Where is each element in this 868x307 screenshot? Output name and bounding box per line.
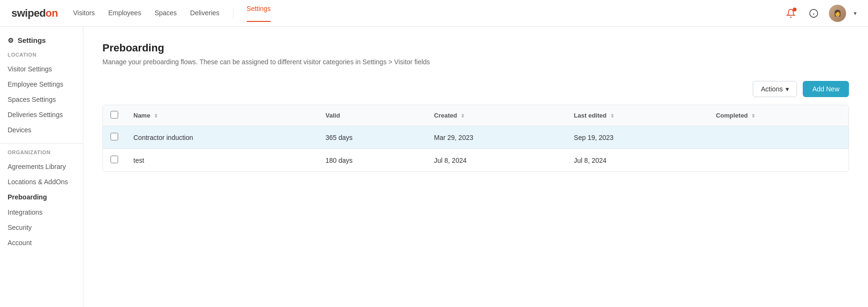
table-header-row: Name ⇕ Valid Created ⇕ Last edited ⇕ xyxy=(103,105,848,126)
sidebar: ⚙ Settings LOCATION Visitor Settings Emp… xyxy=(0,27,83,307)
row-name-2: test xyxy=(126,149,318,172)
logo[interactable]: swipedon xyxy=(11,7,58,20)
row-checkbox-cell-1 xyxy=(103,126,126,149)
logo-text: swipedon xyxy=(11,7,58,20)
top-navigation: swipedon Visitors Employees Spaces Deliv… xyxy=(0,0,868,27)
sidebar-item-security[interactable]: Security xyxy=(0,220,83,235)
add-new-button[interactable]: Add New xyxy=(803,81,849,97)
page-description: Manage your preboarding flows. These can… xyxy=(102,58,849,66)
info-button[interactable] xyxy=(806,6,821,21)
info-icon xyxy=(809,9,818,18)
sidebar-item-locations-addons[interactable]: Locations & AddOns xyxy=(0,174,83,189)
sidebar-item-employee-settings[interactable]: Employee Settings xyxy=(0,77,83,92)
gear-icon: ⚙ xyxy=(8,37,14,44)
toolbar: Actions ▾ Add New xyxy=(102,81,849,97)
row-valid-2: 180 days xyxy=(318,149,426,172)
row-created-2: Jul 8, 2024 xyxy=(426,149,566,172)
nav-employees[interactable]: Employees xyxy=(108,9,141,18)
row-checkbox-1[interactable] xyxy=(111,133,118,140)
page-layout: ⚙ Settings LOCATION Visitor Settings Emp… xyxy=(0,27,868,307)
nav-visitors[interactable]: Visitors xyxy=(73,9,95,18)
sidebar-title: ⚙ Settings xyxy=(0,36,83,52)
nav-links: Visitors Employees Spaces Deliveries Set… xyxy=(73,5,271,22)
row-valid-1: 365 days xyxy=(318,126,426,149)
created-sort-icon: ⇕ xyxy=(461,113,464,119)
row-last-edited-1: Sep 19, 2023 xyxy=(566,126,708,149)
row-last-edited-2: Jul 8, 2024 xyxy=(566,149,708,172)
page-title: Preboarding xyxy=(102,42,849,54)
sidebar-item-integrations[interactable]: Integrations xyxy=(0,205,83,220)
col-last-edited[interactable]: Last edited ⇕ xyxy=(566,105,708,126)
sidebar-item-agreements-library[interactable]: Agreements Library xyxy=(0,159,83,174)
table-row[interactable]: test 180 days Jul 8, 2024 Jul 8, 2024 xyxy=(103,149,848,172)
row-checkbox-2[interactable] xyxy=(111,156,118,163)
nav-settings[interactable]: Settings xyxy=(247,5,271,22)
name-sort-icon: ⇕ xyxy=(154,113,158,119)
table: Name ⇕ Valid Created ⇕ Last edited ⇕ xyxy=(103,105,848,171)
avatar-chevron-icon[interactable]: ▾ xyxy=(854,10,857,17)
actions-label: Actions xyxy=(761,85,783,93)
last-edited-sort-icon: ⇕ xyxy=(610,113,614,119)
sidebar-item-spaces-settings[interactable]: Spaces Settings xyxy=(0,92,83,107)
main-content: Preboarding Manage your preboarding flow… xyxy=(83,27,868,307)
table-header: Name ⇕ Valid Created ⇕ Last edited ⇕ xyxy=(103,105,848,126)
sidebar-section-location: LOCATION xyxy=(0,52,83,61)
row-checkbox-cell-2 xyxy=(103,149,126,172)
row-created-1: Mar 29, 2023 xyxy=(426,126,566,149)
row-completed-2 xyxy=(708,149,848,172)
table-body: Contractor induction 365 days Mar 29, 20… xyxy=(103,126,848,172)
nav-divider xyxy=(233,8,233,19)
row-name-1: Contractor induction xyxy=(126,126,318,149)
row-completed-1 xyxy=(708,126,848,149)
sidebar-item-account[interactable]: Account xyxy=(0,235,83,250)
col-valid: Valid xyxy=(318,105,426,126)
avatar-initials: 👩 xyxy=(834,10,841,17)
select-all-cell xyxy=(103,105,126,126)
sidebar-title-text: Settings xyxy=(18,36,46,44)
sidebar-item-deliveries-settings[interactable]: Deliveries Settings xyxy=(0,107,83,122)
select-all-checkbox[interactable] xyxy=(111,111,118,119)
nav-spaces[interactable]: Spaces xyxy=(154,9,177,18)
notification-dot xyxy=(793,8,797,11)
actions-button[interactable]: Actions ▾ xyxy=(753,81,797,97)
col-name[interactable]: Name ⇕ xyxy=(126,105,318,126)
col-completed[interactable]: Completed ⇕ xyxy=(708,105,848,126)
preboarding-table: Name ⇕ Valid Created ⇕ Last edited ⇕ xyxy=(102,105,849,172)
completed-sort-icon: ⇕ xyxy=(751,113,755,119)
sidebar-item-preboarding[interactable]: Preboarding xyxy=(0,189,83,205)
sidebar-item-visitor-settings[interactable]: Visitor Settings xyxy=(0,61,83,77)
avatar[interactable]: 👩 xyxy=(829,5,846,22)
sidebar-item-devices[interactable]: Devices xyxy=(0,122,83,138)
notifications-button[interactable] xyxy=(783,6,798,21)
nav-left: swipedon Visitors Employees Spaces Deliv… xyxy=(11,5,271,22)
nav-deliveries[interactable]: Deliveries xyxy=(190,9,219,18)
sidebar-divider xyxy=(0,143,83,144)
actions-chevron-icon: ▾ xyxy=(786,85,789,93)
col-created[interactable]: Created ⇕ xyxy=(426,105,566,126)
table-row[interactable]: Contractor induction 365 days Mar 29, 20… xyxy=(103,126,848,149)
nav-right: 👩 ▾ xyxy=(783,5,857,22)
sidebar-section-organization: ORGANIZATION xyxy=(0,149,83,159)
